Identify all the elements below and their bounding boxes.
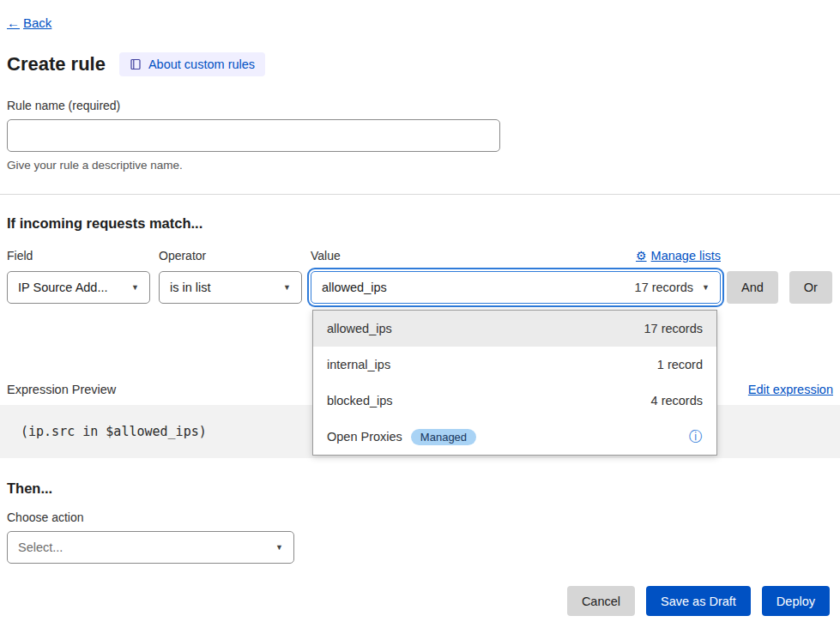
rule-name-help: Give your rule a descriptive name. [7,159,833,172]
chevron-down-icon: ▼ [283,283,291,292]
about-badge-label: About custom rules [148,57,255,71]
chevron-down-icon: ▼ [131,283,139,292]
operator-select-value: is in list [170,281,211,294]
edit-expression-link[interactable]: Edit expression [748,383,833,396]
or-button[interactable]: Or [789,271,832,304]
action-select[interactable]: Select... ▼ [7,531,294,564]
page-title: Create rule [7,53,106,75]
back-arrow-icon: ← [7,15,20,30]
value-select[interactable]: allowed_ips 17 records ▼ [311,271,721,304]
match-condition-row: Field IP Source Add... ▼ Operator is in … [7,249,833,304]
managed-badge: Managed [411,429,476,445]
list-option-detail: 4 records [651,394,703,408]
then-section-title: Then... [7,480,833,497]
list-option-name: Open Proxies [327,430,402,444]
operator-label: Operator [159,249,302,263]
about-custom-rules-link[interactable]: About custom rules [119,52,265,76]
action-select-placeholder: Select... [18,540,63,554]
deploy-button[interactable]: Deploy [762,586,830,616]
rule-name-input[interactable] [7,119,500,152]
gear-icon: ⚙ [636,249,647,263]
match-section-title: If incoming requests match... [7,215,833,232]
list-option-open-proxies[interactable]: Open Proxies Managed ⓘ [313,419,716,455]
title-row: Create rule About custom rules [7,52,833,76]
operator-select[interactable]: is in list ▼ [159,271,302,304]
operator-column: Operator is in list ▼ [159,249,302,304]
value-select-value: allowed_ips [322,281,387,294]
divider [0,194,840,195]
expression-code: (ip.src in $allowed_ips) [21,424,207,439]
list-option-allowed-ips[interactable]: allowed_ips 17 records [313,311,716,347]
list-option-detail: 17 records [644,322,703,335]
save-as-draft-button[interactable]: Save as Draft [646,586,751,616]
expression-preview-label: Expression Preview [7,383,116,396]
rule-name-label: Rule name (required) [7,99,833,112]
value-dropdown-menu: allowed_ips 17 records internal_ips 1 re… [312,310,717,456]
list-option-name: blocked_ips [327,394,393,408]
list-option-detail: 1 record [657,358,703,371]
back-label: Back [23,15,51,30]
chevron-down-icon: ▼ [702,283,710,292]
choose-action-label: Choose action [7,510,833,524]
footer-actions: Cancel Save as Draft Deploy [7,586,830,616]
value-select-records: 17 records [635,281,694,294]
list-option-name: internal_ips [327,358,390,371]
value-label: Value [311,249,341,263]
field-label: Field [7,249,150,263]
field-select-value: IP Source Add... [18,281,108,294]
manage-lists-label: Manage lists [651,249,721,263]
book-icon [130,58,142,70]
info-icon[interactable]: ⓘ [689,428,703,446]
field-column: Field IP Source Add... ▼ [7,249,150,304]
back-link[interactable]: ←Back [7,15,51,30]
list-option-name: allowed_ips [327,322,392,335]
value-column: Value ⚙ Manage lists allowed_ips 17 reco… [311,249,721,304]
cancel-button[interactable]: Cancel [567,586,635,616]
manage-lists-link[interactable]: ⚙ Manage lists [636,249,721,263]
list-option-internal-ips[interactable]: internal_ips 1 record [313,347,716,383]
and-button[interactable]: And [727,271,778,304]
chevron-down-icon: ▼ [275,543,283,552]
field-select[interactable]: IP Source Add... ▼ [7,271,150,304]
list-option-blocked-ips[interactable]: blocked_ips 4 records [313,383,716,419]
